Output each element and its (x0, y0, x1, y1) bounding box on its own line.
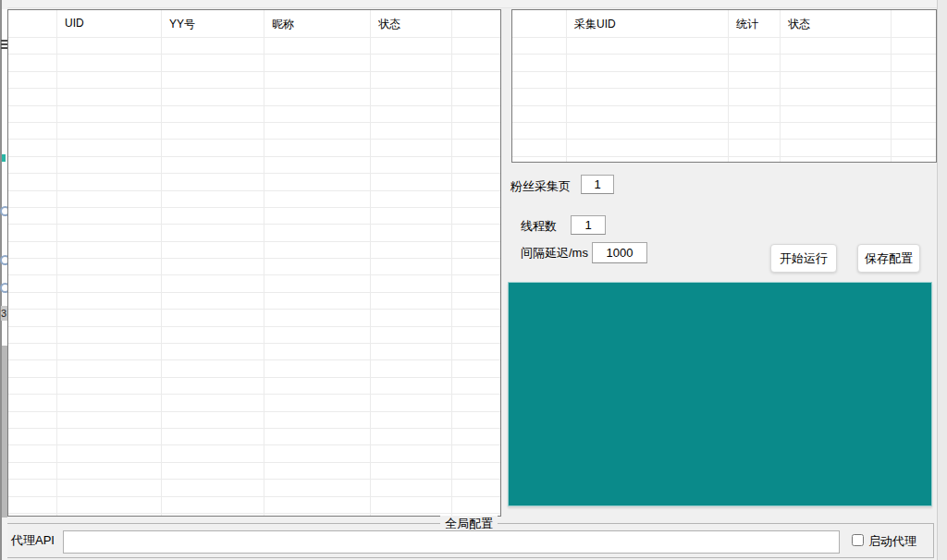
table-row[interactable] (8, 463, 500, 480)
table-cell (892, 72, 936, 88)
table-cell (452, 38, 500, 54)
table-cell (892, 140, 936, 155)
table-row[interactable] (512, 38, 936, 55)
table-cell (162, 259, 264, 274)
table-row[interactable] (512, 55, 936, 71)
table-cell (371, 259, 452, 274)
avatar-circle-icon (0, 206, 7, 216)
table-row[interactable] (8, 38, 500, 55)
column-header[interactable]: 采集UID (567, 10, 729, 37)
table-row[interactable] (8, 360, 500, 377)
background-count-badge: 3 (1, 306, 7, 321)
table-cell (781, 72, 892, 88)
table-row[interactable] (8, 55, 500, 71)
fan-page-input[interactable] (581, 175, 614, 194)
table-cell (57, 344, 162, 359)
table-row[interactable] (512, 140, 936, 156)
table-row[interactable] (8, 327, 500, 344)
table-row[interactable] (512, 157, 936, 163)
table-row[interactable] (8, 157, 500, 174)
table-cell (512, 38, 567, 54)
table-cell (781, 106, 892, 122)
table-row[interactable] (8, 445, 500, 462)
table-row[interactable] (8, 344, 500, 360)
column-header[interactable]: 状态 (371, 10, 452, 37)
collect-uid-table[interactable]: 采集UID统计状态 (511, 9, 937, 163)
table-cell (452, 89, 500, 104)
table-row[interactable] (8, 174, 500, 190)
column-header-empty[interactable] (892, 10, 936, 37)
proxy-api-input[interactable] (63, 530, 840, 554)
table-header-row: 采集UID统计状态 (512, 10, 936, 38)
delay-input[interactable] (592, 242, 647, 263)
table-row[interactable] (8, 106, 500, 123)
table-cell (57, 72, 162, 88)
table-cell (371, 327, 452, 343)
table-row[interactable] (8, 275, 500, 292)
table-cell (452, 174, 500, 189)
table-cell (452, 191, 500, 207)
enable-proxy-label[interactable]: 启动代理 (868, 533, 916, 550)
table-cell (8, 293, 57, 309)
table-cell (8, 344, 57, 359)
table-cell (57, 412, 162, 428)
table-row[interactable] (8, 293, 500, 310)
table-cell (162, 445, 264, 461)
table-cell (57, 259, 162, 274)
table-cell (8, 445, 57, 461)
table-cell (512, 106, 567, 122)
table-cell (264, 140, 371, 155)
table-cell (57, 225, 162, 240)
table-cell (162, 208, 264, 224)
column-header-empty[interactable] (8, 10, 57, 37)
table-cell (371, 293, 452, 309)
table-row[interactable] (8, 412, 500, 429)
table-cell (8, 327, 57, 343)
table-row[interactable] (8, 259, 500, 275)
column-header[interactable]: 统计 (729, 10, 781, 37)
table-cell (892, 55, 936, 70)
table-row[interactable] (8, 310, 500, 326)
column-header[interactable]: YY号 (162, 10, 264, 37)
table-row[interactable] (8, 140, 500, 156)
delay-label: 间隔延迟/ms (521, 245, 588, 262)
table-cell (264, 174, 371, 189)
table-cell (57, 445, 162, 461)
accounts-table[interactable]: UIDYY号昵称状态 (7, 9, 501, 517)
column-header-empty[interactable] (512, 10, 567, 37)
table-cell (452, 310, 500, 325)
table-cell (162, 157, 264, 173)
table-row[interactable] (8, 123, 500, 140)
table-row[interactable] (8, 514, 500, 517)
table-cell (264, 445, 371, 461)
table-row[interactable] (8, 242, 500, 259)
table-header-row: UIDYY号昵称状态 (8, 10, 500, 38)
table-row[interactable] (8, 72, 500, 89)
enable-proxy-checkbox[interactable] (852, 534, 864, 546)
column-header[interactable]: 状态 (781, 10, 892, 37)
table-row[interactable] (8, 378, 500, 395)
threads-input[interactable] (571, 215, 606, 235)
table-row[interactable] (512, 123, 936, 140)
table-row[interactable] (8, 225, 500, 241)
table-row[interactable] (8, 395, 500, 411)
table-row[interactable] (512, 72, 936, 89)
table-cell (567, 89, 729, 104)
column-header[interactable]: 昵称 (264, 10, 371, 37)
column-header[interactable]: UID (57, 10, 162, 37)
table-cell (57, 395, 162, 410)
table-row[interactable] (512, 89, 936, 105)
table-row[interactable] (8, 191, 500, 208)
column-header-empty[interactable] (452, 10, 500, 37)
table-cell (371, 38, 452, 54)
table-row[interactable] (8, 208, 500, 225)
save-config-button[interactable]: 保存配置 (857, 244, 920, 273)
table-row[interactable] (8, 429, 500, 445)
table-cell (729, 123, 781, 139)
table-row[interactable] (512, 106, 936, 123)
log-output-panel[interactable] (508, 282, 932, 506)
table-row[interactable] (8, 497, 500, 514)
table-row[interactable] (8, 480, 500, 496)
start-run-button[interactable]: 开始运行 (770, 244, 837, 273)
table-row[interactable] (8, 89, 500, 105)
